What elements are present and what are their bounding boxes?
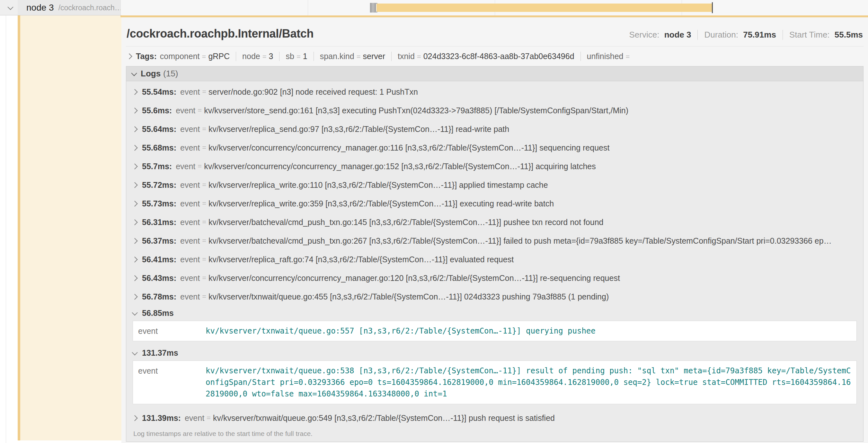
log-timestamp: 55.7ms: <box>142 162 172 171</box>
span-overview-stats: Service: node 3 Duration: 75.91ms Start … <box>629 30 863 40</box>
log-entry-row[interactable]: 131.39ms: event = kv/kvserver/txnwait/qu… <box>133 409 857 427</box>
selected-span-highlight <box>20 15 121 440</box>
equals-sign: = <box>202 255 206 264</box>
log-entry-row[interactable]: 56.31ms: event = kv/kvserver/batcheval/c… <box>133 213 857 232</box>
equals-sign: = <box>202 293 206 301</box>
chevron-right-icon <box>132 145 137 150</box>
tag-key: component <box>160 52 200 61</box>
tag-item: node = 3 <box>236 52 273 61</box>
tag-item: unfinished = <box>581 52 632 61</box>
trace-timeline-view: node 3 /cockroach.roach… 75.91ms /cockro… <box>0 0 868 443</box>
log-field-key: event <box>180 199 200 208</box>
log-entry-row[interactable]: 56.43ms: event = kv/kvserver/concurrency… <box>133 269 857 287</box>
log-timestamp: 56.78ms: <box>142 292 176 301</box>
log-field-value: kv/kvserver/replica_write.go:110 [n3,s3,… <box>209 180 857 190</box>
span-detail-title: /cockroach.roachpb.Internal/Batch <box>127 27 313 40</box>
chevron-right-icon <box>132 163 137 169</box>
tag-item: span.kind = server <box>313 52 385 61</box>
logs-count: (15) <box>163 69 178 79</box>
equals-sign: = <box>202 88 206 96</box>
span-bar[interactable] <box>376 3 713 12</box>
span-log-tick-marks <box>370 3 377 12</box>
overview-stat: Start Time: 55.5ms <box>782 30 863 40</box>
log-entry-row[interactable]: 131.37ms <box>133 346 857 360</box>
equals-sign: = <box>202 237 206 245</box>
logs-accordion-header[interactable]: Logs (15) <box>126 66 863 81</box>
log-field-key: event <box>180 255 200 264</box>
equals-sign: = <box>417 53 421 61</box>
log-field-value[interactable]: kv/kvserver/txnwait/queue.go:538 [n3,s3,… <box>206 365 851 400</box>
tree-indent-guide <box>6 0 6 443</box>
row-divider <box>0 15 121 15</box>
log-field-key: event <box>138 325 206 336</box>
log-field-key: event <box>180 236 200 246</box>
log-entry-row[interactable]: 56.78ms: event = kv/kvserver/txnwait/que… <box>133 287 857 306</box>
log-key-values-table: event kv/kvserver/txnwait/queue.go:538 [… <box>133 361 857 404</box>
stat-value: node 3 <box>664 30 691 39</box>
span-service-name: node 3 <box>26 3 54 13</box>
logs-accordion: Logs (15) 55.54ms: event = server/node.g… <box>126 66 864 442</box>
chevron-right-icon <box>132 275 137 281</box>
log-entry-row[interactable]: 55.54ms: event = server/node.go:902 [n3]… <box>133 82 857 101</box>
span-detail-header: /cockroach.roachpb.Internal/Batch Servic… <box>126 23 864 46</box>
span-name-cell[interactable]: node 3 /cockroach.roach… <box>18 0 121 15</box>
equals-sign: = <box>626 53 630 61</box>
stat-label: Service: <box>629 30 659 39</box>
log-field-value: kv/kvserver/concurrency/concurrency_mana… <box>209 143 857 152</box>
log-entry-row[interactable]: 56.37ms: event = kv/kvserver/batcheval/c… <box>133 232 857 250</box>
log-field-key: event <box>180 180 200 190</box>
chevron-right-icon <box>132 201 137 206</box>
equals-sign: = <box>202 199 206 208</box>
log-timestamp: 131.37ms <box>142 348 178 357</box>
chevron-down-icon <box>132 349 137 355</box>
log-entry-expanded: 56.85ms event kv/kvserver/txnwait/queue.… <box>133 306 857 341</box>
log-field-key: event <box>176 106 195 115</box>
log-field-value: kv/kvserver/replica_send.go:97 [n3,s3,r6… <box>209 125 857 134</box>
log-timestamp: 56.43ms: <box>142 273 176 283</box>
log-entry-row[interactable]: 55.73ms: event = kv/kvserver/replica_wri… <box>133 194 857 213</box>
log-field-value[interactable]: kv/kvserver/txnwait/queue.go:557 [n3,s3,… <box>206 325 851 337</box>
log-entry-row[interactable]: 55.68ms: event = kv/kvserver/concurrency… <box>133 138 857 157</box>
log-entry-row[interactable]: 55.64ms: event = kv/kvserver/replica_sen… <box>133 120 857 138</box>
chevron-right-icon <box>132 126 137 132</box>
log-entry-row[interactable]: 55.72ms: event = kv/kvserver/replica_wri… <box>133 176 857 194</box>
log-entry-row[interactable]: 55.7ms: event = kv/kvserver/concurrency/… <box>133 157 857 176</box>
stat-value: 55.5ms <box>835 30 863 39</box>
tag-key: node <box>242 52 260 61</box>
log-timestamp: 56.41ms: <box>142 255 176 264</box>
equals-sign: = <box>202 181 206 189</box>
log-timestamp: 55.73ms: <box>142 199 176 208</box>
log-field-value: kv/kvserver/store_send.go:161 [n3,s3] ex… <box>204 106 857 115</box>
tag-key: unfinished <box>587 52 623 61</box>
log-entry-row[interactable]: 55.6ms: event = kv/kvserver/store_send.g… <box>133 101 857 120</box>
tag-key: sb <box>286 52 294 61</box>
log-entry-row[interactable]: 56.41ms: event = kv/kvserver/replica_raf… <box>133 250 857 269</box>
log-field-value: kv/kvserver/replica_raft.go:74 [n3,s3,r6… <box>209 255 857 264</box>
equals-sign: = <box>197 162 202 170</box>
logs-footer-note: Log timestamps are relative to the start… <box>126 427 863 441</box>
tag-key: txnid <box>398 52 415 61</box>
stat-value: 75.91ms <box>743 30 776 39</box>
log-field-key: event <box>185 413 204 423</box>
chevron-right-icon <box>132 257 137 262</box>
equals-sign: = <box>197 106 202 114</box>
chevron-down-icon <box>132 309 137 315</box>
log-field-key: event <box>180 273 200 283</box>
log-field-value: kv/kvserver/batcheval/cmd_push_txn.go:14… <box>209 218 857 227</box>
equals-sign: = <box>202 143 206 152</box>
equals-sign: = <box>207 414 211 422</box>
equals-sign: = <box>202 125 206 133</box>
tag-value: server <box>363 52 385 61</box>
chevron-right-icon <box>132 107 137 113</box>
log-field-key: event <box>180 218 200 227</box>
span-timeline: 75.91ms <box>121 0 868 15</box>
log-timestamp: 55.68ms: <box>142 143 176 152</box>
chevron-right-icon <box>132 415 137 421</box>
logs-list: 55.54ms: event = server/node.go:902 [n3]… <box>126 81 863 427</box>
overview-stat: Duration: 75.91ms <box>698 30 776 40</box>
span-operation-name: /cockroach.roach… <box>59 3 121 12</box>
logs-title: Logs <box>141 69 161 79</box>
tags-accordion-header[interactable]: Tags: component = gRPC node = 3 sb = 1 s… <box>126 46 864 65</box>
log-entry-row[interactable]: 56.85ms <box>133 306 857 320</box>
chevron-right-icon <box>132 294 137 300</box>
